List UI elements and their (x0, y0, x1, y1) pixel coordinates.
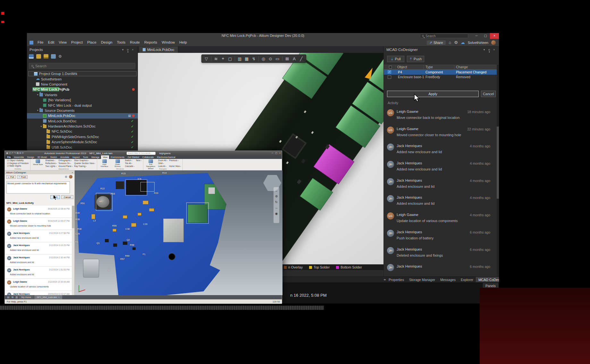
ribbon-item[interactable]: Zoom All (158, 159, 167, 161)
user-avatar[interactable] (69, 175, 72, 178)
panel-tab-storage-manager[interactable]: Storage Manager (407, 277, 438, 283)
panel-tab-mcad-codesigner[interactable]: MCAD CoDesigner (476, 277, 499, 283)
activity-entry[interactable]: JHJack Henriques4 months agoAdded enclos… (384, 194, 495, 211)
help-search-input[interactable]: Search Help & Commands... (127, 152, 156, 155)
panel-tab-messages[interactable]: Messages (438, 277, 458, 283)
expand-arrow-icon[interactable] (36, 93, 39, 96)
ribbon-tab-assemble[interactable]: Assemble (13, 155, 26, 159)
orbit-icon[interactable]: ↻ (275, 200, 278, 204)
menu-edit[interactable]: Edit (46, 39, 57, 46)
tree-item[interactable]: Project Group 1.DsnWrk (28, 71, 137, 76)
tree-item[interactable]: Source Documents (27, 108, 138, 113)
look-at-icon[interactable]: ◉ (275, 212, 278, 215)
ribbon-item[interactable]: Tile All (125, 162, 135, 164)
ribbon-tab-get-started[interactable]: Get Started (126, 155, 141, 159)
open-folder-icon[interactable] (36, 54, 41, 59)
tree-item[interactable]: PWMHighSideDrivers.SchDoc (27, 134, 138, 139)
gear-icon[interactable]: ⚙ (65, 175, 67, 178)
close-panel-icon[interactable]: × (72, 171, 73, 174)
ribbon-item[interactable]: Look At (158, 165, 167, 167)
maximize-button[interactable]: ▢ (481, 33, 490, 39)
pad-icon[interactable]: ⊙ (268, 56, 273, 61)
ribbon-item[interactable]: New (136, 159, 141, 161)
minimize-button[interactable]: ─ (472, 33, 481, 39)
tree-item[interactable]: MiniLock.BomDoc (27, 119, 138, 124)
panel-tab-properties[interactable]: Properties (386, 277, 407, 283)
via-icon[interactable]: ◎ (261, 56, 266, 61)
activity-entry[interactable]: JHJack Henriques2/12/2024 2:30:44 PMAdde… (5, 254, 72, 267)
ribbon-item[interactable]: Shadows (45, 159, 57, 161)
activity-entry[interactable]: LGLeigh Gawne5/04/2025 12:08:44 PMMove c… (5, 206, 72, 218)
ribbon-toggle[interactable]: ☑ Mate Glyphs (7, 165, 29, 167)
ribbon-item[interactable]: Cascade (125, 165, 135, 167)
activity-entry[interactable]: LGLeigh Gawne4 months agoUpdate location… (384, 211, 495, 229)
tree-item[interactable]: USB.SchDoc (27, 145, 138, 150)
ribbon-tab-design[interactable]: Design (26, 155, 36, 159)
ribbon-item[interactable]: Previous (169, 159, 181, 161)
menu-design[interactable]: Design (99, 39, 115, 46)
maximize-button[interactable]: ▢ (275, 152, 277, 154)
cutout-icon[interactable]: ⊠ (285, 56, 290, 61)
doc-tab[interactable]: NFC_Mini_Lock.iam× (34, 295, 62, 299)
text-tool-icon[interactable]: A (292, 56, 297, 61)
grid-icon[interactable]: ▦ (244, 56, 249, 61)
activity-entry[interactable]: JHJack Henriques6 months agoDeleted encl… (384, 246, 495, 263)
activity-entry[interactable]: LGLeigh Gawne18 minutes agoMove connecto… (384, 108, 495, 126)
ribbon-item[interactable]: Slice Graphics (74, 159, 95, 161)
ribbon-tab-annotate[interactable]: Annotate (59, 155, 71, 159)
user-avatar[interactable] (491, 40, 496, 45)
settings-gear-icon[interactable]: ⚙ (58, 54, 63, 59)
snap-crosshair-icon[interactable]: ⌖ (221, 56, 225, 61)
push-button[interactable]: Push (17, 175, 28, 179)
app-file-icon[interactable] (30, 41, 33, 45)
menu-project[interactable]: Project (69, 39, 85, 46)
tree-item[interactable]: NFC Mini Lock - dual output (27, 103, 138, 108)
ribbon-big-button[interactable]: Clean Screen (112, 159, 123, 168)
ribbon-tab-manage[interactable]: Manage (90, 155, 101, 159)
compile-folder-icon[interactable] (44, 54, 48, 59)
account-name[interactable]: Solvethirteen (468, 41, 488, 45)
gear-icon[interactable]: ⚙ (454, 40, 458, 45)
tree-item[interactable]: [No Variations] (27, 97, 138, 103)
select-all-checkbox[interactable] (389, 66, 392, 69)
column-object[interactable]: Object (395, 65, 424, 70)
net-highlight-icon[interactable]: ≋ (214, 56, 218, 61)
tree-item[interactable]: New Component (27, 82, 138, 87)
region-icon[interactable]: ▭ (275, 56, 280, 61)
pcb-model[interactable] (75, 170, 282, 295)
inventor-3d-viewport[interactable]: R15R19IC6R22R16R20R51R39R35L3R30C25R55C3… (75, 170, 282, 295)
project-options-icon[interactable] (51, 54, 56, 59)
menu-window[interactable]: Window (159, 39, 177, 46)
ribbon-tab-file[interactable]: File (5, 155, 13, 159)
close-panel-icon[interactable]: × (131, 48, 135, 51)
activity-scrollbar[interactable] (72, 206, 74, 295)
expand-arrow-icon[interactable] (39, 125, 43, 128)
home-view-icon[interactable]: ⌂ (275, 189, 277, 192)
cancel-button[interactable]: Cancel (481, 91, 496, 97)
line-tool-icon[interactable]: ╱ (299, 56, 304, 61)
activity-entry[interactable]: JHJack Henriques6 months agoPush locatio… (384, 229, 495, 246)
select-area-icon[interactable]: ▢ (228, 56, 232, 61)
comment-input[interactable]: Moved power connector to fit with mechan… (6, 181, 70, 194)
ribbon-tab-collaborate[interactable]: Collaborate (141, 155, 156, 159)
push-button[interactable]: Push (407, 56, 424, 62)
apply-button[interactable]: Apply (387, 91, 479, 97)
row-checkbox[interactable] (388, 70, 391, 74)
navigation-bar[interactable]: ⌂ ⊕ ↻ ⇔ ◉ (274, 187, 279, 223)
menu-tools[interactable]: Tools (114, 39, 128, 46)
activity-scrollbar[interactable] (497, 65, 499, 277)
ribbon-item[interactable]: Ray Tracing (74, 165, 95, 167)
activity-entry[interactable]: LGLeigh Gawne5/04/2025 12:05:07 PMMoved … (5, 218, 72, 230)
ribbon-tab-environments[interactable]: Environments (109, 155, 126, 159)
route-icon[interactable]: ↯ (251, 56, 256, 61)
ribbon-big-button[interactable]: Visual Style (32, 159, 44, 165)
ribbon-tab-tools[interactable]: Tools (81, 155, 90, 159)
tree-item[interactable]: Solvethirteen (27, 76, 138, 81)
activity-entry[interactable]: JHJack Henriques2/12/2024 3:10:25 PMAdde… (5, 242, 72, 254)
tree-item[interactable]: Variants (27, 92, 138, 97)
change-row[interactable]: Enclosure base-1FreeBodyRemoved (384, 75, 497, 80)
ribbon-toggle[interactable]: ☑ Degrees of Freedom (7, 162, 29, 165)
activity-entry[interactable]: JHJack Henriques4 months agoAdded enclos… (384, 177, 495, 194)
menu-help[interactable]: Help (177, 39, 189, 46)
activity-entry[interactable]: LGLeigh Gawne2/12/2024 10:30:49 AMUpdate… (5, 279, 72, 291)
